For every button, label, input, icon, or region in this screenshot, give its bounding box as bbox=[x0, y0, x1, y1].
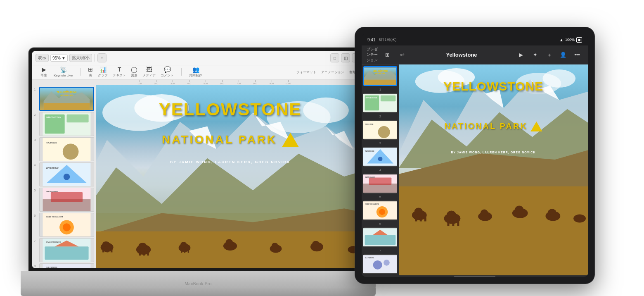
macbook-screen-inner: 表示 95% ▼ 拡大/縮小 ＋ □ ◫ ⊞ bbox=[32, 51, 364, 268]
svg-text:EARTHQUAKES: EARTHQUAKES bbox=[365, 177, 376, 178]
ipad-collab-btn[interactable]: 👤 bbox=[557, 49, 569, 61]
svg-point-57 bbox=[180, 242, 187, 247]
macbook-slide-panel: 1 bbox=[32, 85, 96, 268]
svg-point-90 bbox=[379, 209, 385, 215]
svg-point-52 bbox=[138, 243, 147, 249]
macbook-slide-7[interactable]: 7 GRAND PRISMATIC bbox=[34, 238, 94, 262]
ipad-slide-8[interactable]: OLD FAITHFUL bbox=[363, 254, 397, 274]
svg-rect-86 bbox=[369, 177, 392, 185]
window-btn2[interactable]: ◫ bbox=[341, 53, 350, 62]
ipad-slide-canvas[interactable]: YELLOWSTONE NATIONAL PARK BY JAMIE WONG,… bbox=[399, 64, 588, 275]
mountain-triangle-icon bbox=[282, 133, 298, 147]
svg-point-78 bbox=[378, 126, 390, 138]
svg-rect-60 bbox=[188, 249, 189, 253]
ipad-home-bar bbox=[454, 276, 495, 277]
ipad-slide-7[interactable] bbox=[363, 227, 397, 247]
media-group[interactable]: 🖼 メディア bbox=[142, 66, 156, 78]
svg-rect-111 bbox=[399, 186, 588, 275]
expand-btn[interactable]: 拡大/縮小 bbox=[69, 54, 92, 62]
ipad-slide-1[interactable]: YELLOWSTONE NATIONAL PARK bbox=[363, 66, 397, 86]
ipad-share-btn[interactable]: ✦ bbox=[529, 49, 541, 61]
ipad-presentation-btn[interactable]: プレゼンテーション bbox=[367, 49, 378, 61]
svg-point-123 bbox=[481, 210, 488, 216]
svg-rect-48 bbox=[102, 249, 104, 253]
ruler-mark: 800 bbox=[247, 80, 263, 85]
macbook-slide-5[interactable]: 5 EARTHQUAKES bbox=[34, 188, 94, 212]
macbook-foot bbox=[21, 288, 376, 296]
ruler: 100 200 300 400 500 600 700 800 900 1000 bbox=[32, 79, 364, 85]
svg-text:INSIDE THE CALDERA: INSIDE THE CALDERA bbox=[46, 216, 63, 218]
ipad-slide-thumb-5: EARTHQUAKES bbox=[363, 174, 397, 193]
battery-label: 100% bbox=[565, 38, 575, 42]
svg-text:GRAND PRISMATIC: GRAND PRISMATIC bbox=[46, 241, 61, 243]
svg-text:FOOD WEB: FOOD WEB bbox=[46, 142, 57, 144]
table-group[interactable]: ⊞ 表 bbox=[88, 66, 93, 78]
ipad-slide-6[interactable]: INSIDE THE CALDERA bbox=[363, 201, 397, 220]
animate-group[interactable]: アニメーション bbox=[321, 70, 344, 74]
ruler-mark: 500 bbox=[197, 80, 214, 85]
macbook-slide-thumb-7: GRAND PRISMATIC bbox=[39, 238, 94, 262]
macbook-slide-thumb-2: INTRODUCTION bbox=[39, 112, 94, 136]
ipad-slide-subtitle: BY JAMIE WONG, LAUREN KERR, GREG NOVICK bbox=[451, 151, 536, 154]
ipad-slide-4[interactable]: WATERSHED bbox=[363, 147, 397, 167]
svg-point-128 bbox=[573, 215, 586, 223]
ipad-home-indicator bbox=[362, 275, 588, 277]
ipad-more-btn[interactable]: ••• bbox=[571, 49, 583, 61]
svg-rect-58 bbox=[181, 249, 182, 253]
slide-title-yellowstone: YELLOWSTONE bbox=[159, 100, 302, 119]
macbook-slide-8[interactable]: 8 OLD FAITHFUL bbox=[34, 263, 94, 268]
play-group[interactable]: ▶ 再生 bbox=[40, 66, 47, 78]
ipad-body: 9:41 5月1日(水) ▲ 100% ■ プレゼンテーション ⊞ ↩ bbox=[355, 27, 594, 284]
ruler-mark: 1000 bbox=[280, 80, 296, 85]
shape-group[interactable]: ◯ 図形 bbox=[131, 66, 137, 78]
ipad-undo-btn[interactable]: ↩ bbox=[396, 49, 408, 61]
svg-point-82 bbox=[378, 157, 383, 161]
separator bbox=[95, 54, 95, 62]
ipad-add-btn[interactable]: ＋ bbox=[543, 49, 555, 61]
macbook-canvas[interactable]: YELLOWSTONE NATIONAL PARK BY JAMIE WONG,… bbox=[96, 85, 364, 268]
svg-rect-7 bbox=[67, 115, 89, 122]
ipad-slide-thumb-8: OLD FAITHFUL bbox=[363, 254, 397, 274]
macbook-slide-3[interactable]: 3 FOOD WEB bbox=[34, 137, 94, 161]
zoom-control[interactable]: 95% ▼ bbox=[50, 55, 68, 62]
ipad-slide-2[interactable]: INTRODUCTION bbox=[363, 93, 397, 113]
svg-rect-116 bbox=[424, 217, 426, 222]
slide-title-national-park: NATIONAL PARK bbox=[162, 133, 298, 147]
toolbar-top: 表示 95% ▼ 拡大/縮小 ＋ □ ◫ ⊞ bbox=[32, 51, 364, 65]
ipad-slide-5[interactable]: EARTHQUAKES bbox=[363, 174, 397, 193]
macbook-slide-2[interactable]: 2 INTRODUCTION bbox=[34, 112, 94, 136]
svg-text:YELLOWSTONE: YELLOWSTONE bbox=[373, 70, 388, 72]
ipad-grid-btn[interactable]: ⊞ bbox=[381, 49, 393, 61]
chart-group[interactable]: 📊 グラフ bbox=[98, 66, 108, 78]
plus-btn[interactable]: ＋ bbox=[97, 53, 107, 62]
keynote-live-group[interactable]: 📡 Keynote Live bbox=[54, 67, 73, 77]
svg-point-64 bbox=[272, 243, 278, 248]
window-btn1[interactable]: □ bbox=[330, 53, 339, 62]
ipad-play-btn[interactable]: ▶ bbox=[515, 49, 527, 61]
macbook-slide-1[interactable]: 1 bbox=[34, 87, 94, 111]
macbook-slide-6[interactable]: 6 INSIDE THE CALDERA bbox=[34, 213, 94, 237]
svg-rect-114 bbox=[415, 217, 417, 222]
ipad-slide-3[interactable]: FOOD WEB bbox=[363, 120, 397, 140]
ipad-status-bar: 9:41 5月1日(水) ▲ 100% ■ bbox=[362, 34, 588, 45]
ipad-document-title: Yellowstone bbox=[411, 52, 512, 58]
svg-rect-18 bbox=[51, 192, 83, 202]
ipad-slide-thumb-3: FOOD WEB bbox=[363, 120, 397, 140]
ipad-slide-thumb-6: INSIDE THE CALDERA bbox=[363, 201, 397, 220]
macbook-slide-4[interactable]: 4 WATERSHED bbox=[34, 162, 94, 186]
ipad-date: 5月1日(水) bbox=[379, 37, 396, 43]
view-btn[interactable]: 表示 bbox=[36, 54, 49, 62]
svg-rect-93 bbox=[365, 235, 396, 245]
format-group[interactable]: フォーマット bbox=[296, 70, 316, 74]
ipad: 9:41 5月1日(水) ▲ 100% ■ プレゼンテーション ⊞ ↩ bbox=[355, 27, 594, 284]
svg-rect-49 bbox=[107, 249, 108, 253]
ipad-keynote-toolbar: プレゼンテーション ⊞ ↩ Yellowstone ▶ ✦ ＋ 👤 ••• bbox=[362, 45, 588, 64]
macbook-slide-canvas: YELLOWSTONE NATIONAL PARK BY JAMIE WONG,… bbox=[96, 85, 364, 268]
sep2 bbox=[80, 68, 80, 76]
text-group[interactable]: T テキスト bbox=[113, 66, 126, 78]
collab-group[interactable]: 👥 共同制作 bbox=[189, 66, 202, 78]
ipad-main: YELLOWSTONE NATIONAL PARK 1 bbox=[362, 64, 588, 275]
comment-group[interactable]: 💬 コメント bbox=[161, 66, 174, 78]
macbook: 表示 95% ▼ 拡大/縮小 ＋ □ ◫ ⊞ bbox=[21, 48, 376, 296]
ipad-status-left: 9:41 5月1日(水) bbox=[367, 37, 396, 43]
